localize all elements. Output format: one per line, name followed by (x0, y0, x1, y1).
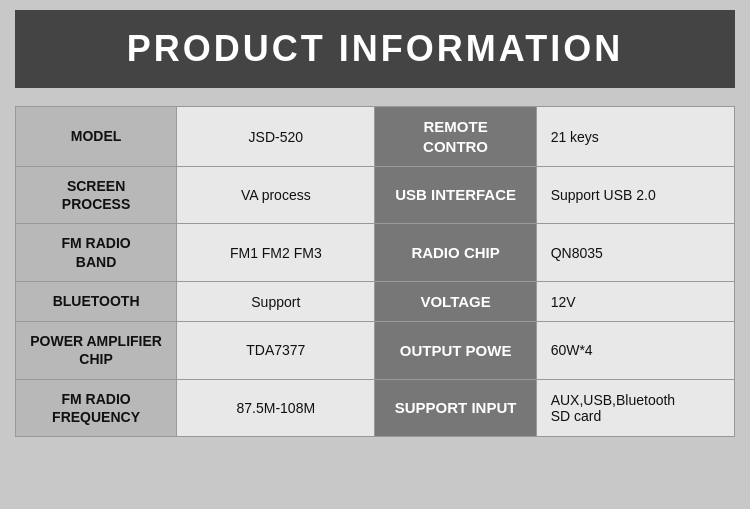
value-cell-right-3: 12V (536, 281, 734, 322)
value-cell-right-2: QN8035 (536, 224, 734, 281)
label-cell-left-1: SCREEN PROCESS (16, 167, 177, 224)
value-cell-left-2: FM1 FM2 FM3 (177, 224, 375, 281)
label-cell-right-5: SUPPORT INPUT (375, 379, 536, 436)
label-cell-left-0: MODEL (16, 107, 177, 167)
value-cell-right-5: AUX,USB,Bluetooth SD card (536, 379, 734, 436)
page-title: PRODUCT INFORMATION (25, 28, 725, 70)
label-cell-left-3: BLUETOOTH (16, 281, 177, 322)
value-cell-right-1: Support USB 2.0 (536, 167, 734, 224)
page-wrapper: PRODUCT INFORMATION MODELJSD-520REMOTE C… (0, 0, 750, 457)
label-cell-right-2: RADIO CHIP (375, 224, 536, 281)
value-cell-left-3: Support (177, 281, 375, 322)
table-row: POWER AMPLIFIER CHIPTDA7377OUTPUT POWE60… (16, 322, 735, 379)
table-row: FM RADIO BANDFM1 FM2 FM3RADIO CHIPQN8035 (16, 224, 735, 281)
value-cell-right-0: 21 keys (536, 107, 734, 167)
table-row: MODELJSD-520REMOTE CONTRO21 keys (16, 107, 735, 167)
value-cell-left-1: VA process (177, 167, 375, 224)
label-cell-right-1: USB INTERFACE (375, 167, 536, 224)
header-banner: PRODUCT INFORMATION (15, 10, 735, 88)
product-info-table: MODELJSD-520REMOTE CONTRO21 keysSCREEN P… (15, 106, 735, 437)
label-cell-left-5: FM RADIO FREQUENCY (16, 379, 177, 436)
label-cell-left-4: POWER AMPLIFIER CHIP (16, 322, 177, 379)
label-cell-right-0: REMOTE CONTRO (375, 107, 536, 167)
table-row: SCREEN PROCESSVA processUSB INTERFACESup… (16, 167, 735, 224)
value-cell-left-0: JSD-520 (177, 107, 375, 167)
table-row: BLUETOOTHSupportVOLTAGE12V (16, 281, 735, 322)
label-cell-right-3: VOLTAGE (375, 281, 536, 322)
value-cell-left-4: TDA7377 (177, 322, 375, 379)
value-cell-right-4: 60W*4 (536, 322, 734, 379)
table-row: FM RADIO FREQUENCY87.5M-108MSUPPORT INPU… (16, 379, 735, 436)
label-cell-left-2: FM RADIO BAND (16, 224, 177, 281)
label-cell-right-4: OUTPUT POWE (375, 322, 536, 379)
value-cell-left-5: 87.5M-108M (177, 379, 375, 436)
